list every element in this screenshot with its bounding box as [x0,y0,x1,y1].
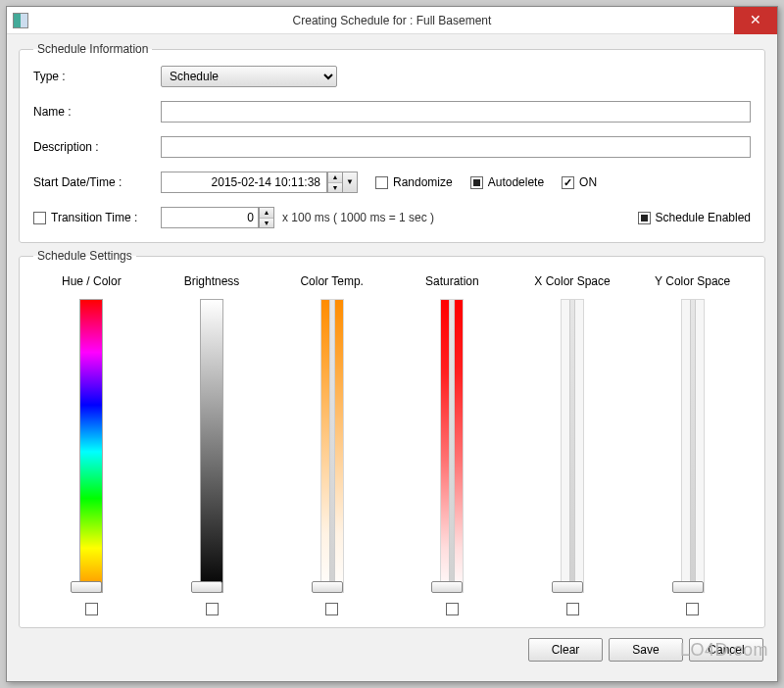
schedule-settings-legend: Schedule Settings [33,249,136,263]
titlebar[interactable]: Creating Schedule for : Full Basement ✕ [7,7,777,34]
cancel-button[interactable]: Cancel [689,638,763,662]
app-icon [13,13,28,28]
saturation-column: Saturation [394,274,511,615]
hue-label: Hue / Color [62,274,122,294]
xcolor-column: X Color Space [514,274,631,615]
schedule-information-legend: Schedule Information [33,42,152,56]
schedule-enabled-checkbox[interactable]: Schedule Enabled [638,211,751,224]
autodelete-label: Autodelete [488,175,544,189]
datetime-spinner[interactable]: ▲▼ [327,172,343,193]
ycolor-enable-checkbox[interactable] [686,603,699,615]
xcolor-label: X Color Space [534,274,610,294]
dialog-window: Creating Schedule for : Full Basement ✕ … [6,6,778,682]
close-button[interactable]: ✕ [734,7,777,34]
datetime-dropdown-button[interactable]: ▼ [342,172,358,193]
xcolor-slider[interactable] [556,299,589,593]
randomize-label: Randomize [393,175,453,189]
hue-enable-checkbox[interactable] [85,603,98,615]
on-label: ON [579,175,597,189]
start-datetime-input[interactable] [161,172,327,193]
ycolor-label: Y Color Space [655,274,730,294]
schedule-enabled-label: Schedule Enabled [656,211,751,224]
transition-time-input[interactable] [161,207,259,228]
ycolor-slider[interactable] [676,299,710,593]
colortemp-label: Color Temp. [300,274,363,294]
spinner-down-icon[interactable]: ▼ [328,183,342,193]
name-input[interactable] [161,101,751,123]
autodelete-checkbox[interactable]: Autodelete [470,175,544,189]
ycolor-column: Y Color Space [634,274,751,615]
on-checkbox[interactable]: ON [562,175,597,189]
schedule-information-group: Schedule Information Type : Schedule Nam… [19,42,765,243]
type-select[interactable]: Schedule [161,66,337,87]
description-label: Description : [33,140,161,154]
spinner-up-icon[interactable]: ▲ [328,172,342,183]
transition-hint: x 100 ms ( 1000 ms = 1 sec ) [282,211,434,224]
hue-slider[interactable] [74,299,108,593]
brightness-column: Brightness [154,274,270,615]
type-label: Type : [33,70,161,83]
description-input[interactable] [161,136,751,158]
colortemp-enable-checkbox[interactable] [325,603,338,615]
start-datetime-label: Start Date/Time : [33,175,161,189]
window-title: Creating Schedule for : Full Basement [7,14,777,27]
spinner-up-icon[interactable]: ▲ [260,208,273,219]
randomize-checkbox[interactable]: Randomize [375,175,453,189]
brightness-label: Brightness [184,274,240,294]
schedule-settings-group: Schedule Settings Hue / Color Brightness [19,249,765,628]
transition-time-checkbox[interactable]: Transition Time : [33,211,161,224]
brightness-slider[interactable] [195,299,228,593]
brightness-enable-checkbox[interactable] [206,603,219,615]
colortemp-column: Color Temp. [273,274,390,615]
transition-spinner[interactable]: ▲▼ [259,207,274,228]
name-label: Name : [33,105,161,119]
dialog-body: Schedule Information Type : Schedule Nam… [7,34,777,681]
saturation-slider[interactable] [435,299,468,593]
hue-column: Hue / Color [33,274,150,615]
button-bar: Clear Save Cancel [19,634,765,665]
saturation-label: Saturation [425,274,479,294]
save-button[interactable]: Save [609,638,683,662]
colortemp-slider[interactable] [316,299,349,593]
xcolor-enable-checkbox[interactable] [566,603,579,615]
transition-time-label: Transition Time : [51,211,137,224]
clear-button[interactable]: Clear [528,638,603,662]
spinner-down-icon[interactable]: ▼ [260,219,273,228]
saturation-enable-checkbox[interactable] [446,603,459,615]
